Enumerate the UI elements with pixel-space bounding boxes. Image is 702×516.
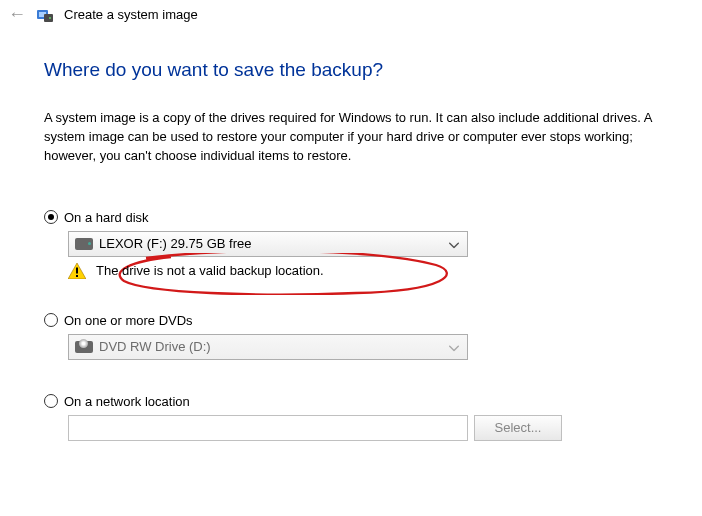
- svg-rect-4: [76, 267, 78, 273]
- chevron-down-icon: [449, 339, 459, 354]
- radio-network[interactable]: [44, 394, 58, 408]
- option-label-dvd[interactable]: On one or more DVDs: [64, 313, 193, 328]
- back-icon[interactable]: ←: [8, 4, 26, 25]
- warning-icon: [68, 263, 86, 279]
- dvd-icon: [75, 341, 93, 353]
- svg-rect-2: [44, 14, 53, 22]
- radio-hard-disk[interactable]: [44, 210, 58, 224]
- system-image-icon: [36, 6, 54, 24]
- warning-message: The drive is not a valid backup location…: [96, 263, 324, 278]
- svg-point-3: [49, 17, 51, 19]
- option-label-hard-disk[interactable]: On a hard disk: [64, 210, 149, 225]
- svg-rect-5: [76, 275, 78, 277]
- page-description: A system image is a copy of the drives r…: [44, 109, 658, 166]
- hdd-icon: [75, 238, 93, 250]
- page-heading: Where do you want to save the backup?: [44, 59, 658, 81]
- dvd-selected: DVD RW Drive (D:): [99, 339, 211, 354]
- hard-disk-selected: LEXOR (F:) 29.75 GB free: [99, 236, 251, 251]
- option-label-network[interactable]: On a network location: [64, 394, 190, 409]
- chevron-down-icon: [449, 236, 459, 251]
- hard-disk-dropdown[interactable]: LEXOR (F:) 29.75 GB free: [68, 231, 468, 257]
- radio-dvd[interactable]: [44, 313, 58, 327]
- window-title: Create a system image: [64, 7, 198, 22]
- network-path-input[interactable]: [68, 415, 468, 441]
- dvd-dropdown[interactable]: DVD RW Drive (D:): [68, 334, 468, 360]
- select-button[interactable]: Select...: [474, 415, 562, 441]
